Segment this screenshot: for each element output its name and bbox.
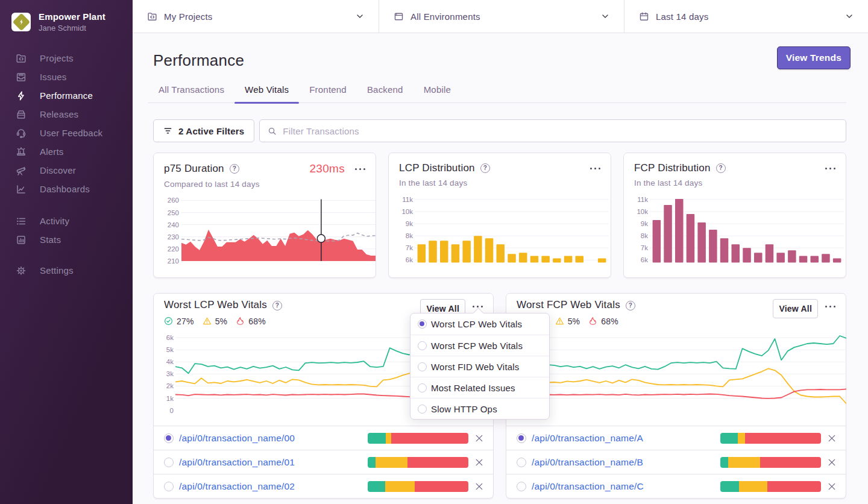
ellipsis-menu-icon[interactable] (825, 303, 835, 310)
y-axis-tick: 3k (166, 370, 174, 377)
search-input[interactable] (283, 126, 838, 136)
close-icon[interactable] (827, 458, 837, 467)
menu-item-most-related-issues[interactable]: Most Related Issues (410, 377, 549, 398)
transaction-link[interactable]: /api/0/transaction_name/00 (179, 433, 295, 444)
vitals-distribution-bar (720, 481, 821, 492)
ellipsis-menu-icon[interactable] (590, 165, 600, 172)
menu-item-worst-fcp-web-vitals[interactable]: Worst FCP Web Vitals (410, 335, 549, 356)
menu-item-worst-fid-web-vitals[interactable]: Worst FID Web Vitals (410, 356, 549, 377)
flame-icon (236, 317, 245, 326)
y-axis-tick: 260 (168, 197, 179, 204)
close-icon[interactable] (827, 482, 837, 491)
y-axis-tick: 6k (406, 256, 413, 263)
y-axis-tick: 2k (166, 382, 174, 389)
help-icon[interactable]: ? (480, 163, 490, 173)
y-axis-tick: 9k (641, 220, 648, 227)
org-switcher[interactable]: Empower Plant Jane Schmidt (0, 12, 133, 32)
warning-triangle-icon (203, 317, 212, 326)
ellipsis-menu-icon[interactable] (355, 166, 365, 172)
transaction-link[interactable]: /api/0/transaction_name/C (532, 481, 644, 492)
vitals-dropdown-menu: Worst LCP Web VitalsWorst FCP Web Vitals… (410, 313, 550, 420)
selector-my-projects[interactable]: My Projects (133, 0, 379, 33)
vitals-distribution-bar (368, 433, 468, 444)
main-area: My ProjectsAll EnvironmentsLast 14 days … (133, 0, 868, 504)
sidebar-item-performance[interactable]: Performance (16, 86, 133, 105)
feedback-icon (16, 128, 27, 139)
radio-selected[interactable] (164, 433, 174, 443)
y-axis-tick: 5k (166, 346, 174, 353)
radio-unselected[interactable] (517, 458, 526, 467)
stat-value: 5% (568, 317, 580, 326)
radio-unselected[interactable] (164, 482, 174, 491)
menu-item-label: Most Related Issues (431, 383, 515, 393)
menu-item-slow-http-ops[interactable]: Slow HTTP Ops (410, 398, 549, 419)
y-axis-tick: 11k (637, 196, 648, 203)
selector-label: Last 14 days (656, 11, 845, 22)
help-icon[interactable]: ? (626, 301, 635, 310)
selector-all-environments[interactable]: All Environments (379, 0, 624, 33)
close-icon[interactable] (474, 433, 484, 443)
worst-fcp-card: Worst FCP Web Vitals ? View All 27%5%68%… (506, 293, 846, 499)
help-icon[interactable]: ? (716, 163, 726, 173)
transaction-link[interactable]: /api/0/transaction_name/B (532, 457, 643, 468)
sidebar-item-settings[interactable]: Settings (16, 261, 133, 280)
radio-unselected[interactable] (517, 482, 526, 491)
transaction-link[interactable]: /api/0/transaction_name/01 (179, 457, 295, 468)
worst-fcp-title: Worst FCP Web Vitals (517, 299, 620, 311)
sidebar-item-label: User Feedback (40, 128, 102, 138)
sidebar-item-projects[interactable]: Projects (16, 49, 133, 68)
tab-all-transactions[interactable]: All Transactions (148, 84, 234, 102)
view-trends-button[interactable]: View Trends (777, 46, 851, 69)
menu-item-label: Slow HTTP Ops (431, 404, 497, 414)
siren-icon (16, 146, 27, 157)
sidebar-item-alerts[interactable]: Alerts (16, 142, 133, 161)
sidebar-item-stats[interactable]: Stats (16, 230, 133, 249)
sidebar-item-releases[interactable]: Releases (16, 105, 133, 124)
sidebar-item-user-feedback[interactable]: User Feedback (16, 124, 133, 142)
tab-frontend[interactable]: Frontend (299, 84, 357, 102)
lcp-distribution-card: LCP Distribution ? In the last 14 days 1… (388, 153, 611, 278)
radio-selected[interactable] (517, 433, 526, 443)
sidebar-item-dashboards[interactable]: Dashboards (16, 180, 133, 198)
radio-unselected (418, 383, 427, 392)
active-filters-button[interactable]: 2 Active Filters (153, 119, 254, 142)
sidebar-item-label: Activity (40, 216, 69, 226)
fcp-card-subtitle: In the last 14 days (634, 178, 835, 187)
sidebar-item-label: Releases (40, 109, 78, 119)
transaction-link[interactable]: /api/0/transaction_name/A (532, 433, 643, 444)
search-icon (268, 127, 277, 136)
y-axis-tick: 220 (168, 245, 179, 253)
transaction-row: /api/0/transaction_name/C (506, 474, 846, 498)
y-axis-tick: 4k (166, 358, 174, 365)
close-icon[interactable] (474, 458, 484, 467)
help-icon[interactable]: ? (230, 164, 239, 174)
sidebar-item-label: Dashboards (40, 184, 90, 194)
y-axis-tick: 6k (166, 334, 174, 341)
vitals-summary-row: p75 Duration ? 230ms Compared to last 14… (153, 153, 846, 278)
transaction-link[interactable]: /api/0/transaction_name/02 (179, 481, 295, 492)
help-icon[interactable]: ? (272, 301, 282, 310)
p75-value: 230ms (309, 162, 345, 175)
selector-last-14-days[interactable]: Last 14 days (624, 0, 868, 33)
view-all-button[interactable]: View All (773, 299, 818, 318)
stat-value: 68% (601, 317, 618, 326)
stat-value: 27% (177, 317, 194, 326)
vitals-distribution-bar (720, 433, 821, 444)
close-icon[interactable] (474, 482, 484, 491)
tab-backend[interactable]: Backend (357, 84, 414, 102)
close-icon[interactable] (827, 433, 837, 443)
sidebar-item-issues[interactable]: Issues (16, 68, 133, 86)
fcp-distribution-card: FCP Distribution ? In the last 14 days 1… (623, 153, 846, 278)
gear-icon (16, 265, 27, 276)
y-axis-tick: 10k (637, 208, 648, 215)
transaction-row: /api/0/transaction_name/00 (154, 426, 493, 450)
fcp-y-axis: 11k10k9k8k7k6k (624, 153, 648, 279)
fcp-chart (650, 199, 844, 266)
radio-unselected[interactable] (164, 458, 174, 467)
tab-web-vitals[interactable]: Web Vitals (234, 84, 299, 102)
ellipsis-menu-icon[interactable] (825, 165, 835, 172)
tab-mobile[interactable]: Mobile (414, 84, 461, 102)
sidebar-item-activity[interactable]: Activity (16, 212, 133, 230)
sidebar-item-discover[interactable]: Discover (16, 161, 133, 180)
chevron-down-icon (845, 12, 854, 20)
